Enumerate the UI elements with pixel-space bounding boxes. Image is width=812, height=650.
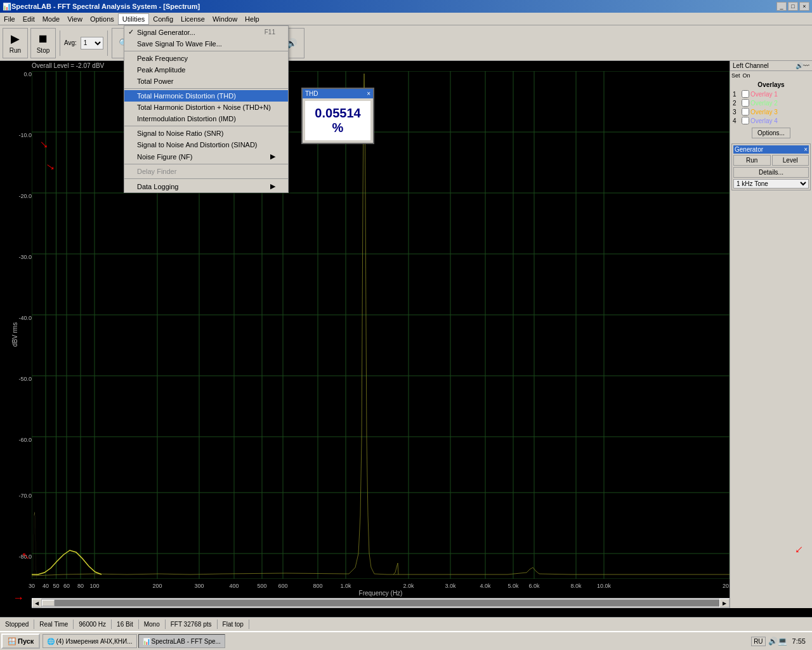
- menu-signal-generator[interactable]: ✓ Signal Generator... F11: [124, 26, 288, 38]
- thd-value: 0.05514 %: [305, 101, 370, 140]
- menu-license[interactable]: License: [177, 14, 209, 24]
- overlay-label-2: Overlay 2: [750, 100, 778, 107]
- thd-title: THD: [305, 90, 318, 97]
- x-tick-50: 50: [53, 583, 59, 589]
- main-area: Overall Level = -2.07 dBV dBV rms 0.0 -1…: [0, 61, 812, 608]
- x-tick-300: 300: [194, 583, 204, 589]
- menu-mode[interactable]: Mode: [39, 14, 64, 24]
- stop-button[interactable]: ⏹ Stop: [30, 28, 56, 58]
- x-tick-6k: 6.0k: [528, 583, 539, 589]
- x-axis: 30 40 50 60 80 100 200 300 400 500 600 8…: [32, 579, 730, 598]
- x-tick-8k: 8.0k: [570, 583, 581, 589]
- y-tick-8: -80.0: [18, 554, 32, 560]
- menu-thdn[interactable]: Total Harmonic Distortion + Noise (THD+N…: [124, 102, 288, 113]
- y-tick-0: 0.0: [23, 71, 32, 77]
- generator-details-button[interactable]: Details...: [733, 167, 809, 178]
- window-controls: _ □ ×: [776, 2, 809, 11]
- menu-window[interactable]: Window: [209, 14, 241, 24]
- taskbar-item-chrome[interactable]: 🌐 (4) Измерения АЧХ,КНИ...: [43, 634, 136, 648]
- separator-2: [124, 88, 288, 89]
- menu-bar: File Edit Mode View Options Utilities Co…: [0, 13, 812, 25]
- x-tick-10k: 10.0k: [597, 583, 611, 589]
- menu-save-wave[interactable]: Save Signal To Wave File...: [124, 38, 288, 50]
- menu-config[interactable]: Config: [149, 14, 177, 24]
- menu-sinad[interactable]: Signal to Noise And Distortion (SINAD): [124, 139, 288, 150]
- system-clock: 7:55: [790, 637, 808, 645]
- status-channels: Mono: [139, 620, 166, 629]
- chrome-icon: 🌐: [47, 638, 55, 645]
- taskbar: 🪟 Пуск 🌐 (4) Измерения АЧХ,КНИ... 📊 Spec…: [0, 631, 812, 650]
- y-tick-4: -40.0: [18, 315, 32, 321]
- overlay-checkbox-1[interactable]: [742, 90, 749, 98]
- generator-run-button[interactable]: Run: [733, 155, 771, 166]
- overlay-checkbox-2[interactable]: [742, 99, 749, 107]
- x-tick-5k: 5.0k: [508, 583, 518, 589]
- right-panel: Left Channel 🔊〰 Set On Overlays 1 Overla…: [730, 61, 812, 608]
- start-label: Пуск: [18, 637, 34, 645]
- scrollbar-thumb[interactable]: [42, 600, 55, 606]
- generator-close-button[interactable]: ×: [804, 146, 808, 153]
- y-tick-6: -60.0: [18, 437, 32, 443]
- window-title: SpectraLAB - FFT Spectral Analysis Syste…: [11, 3, 200, 10]
- maximize-button[interactable]: □: [788, 2, 798, 11]
- x-tick-80: 80: [77, 583, 84, 589]
- x-scrollbar[interactable]: ◀ ▶: [32, 598, 730, 608]
- stop-label: Stop: [37, 47, 50, 54]
- overlay-num-3: 3: [733, 109, 740, 116]
- scroll-left-button[interactable]: ◀: [32, 599, 42, 607]
- overlays-options-button[interactable]: Options...: [752, 128, 790, 138]
- status-window: Flat top: [218, 620, 249, 629]
- separator-3: [124, 126, 288, 126]
- x-tick-200: 200: [152, 583, 162, 589]
- overlay-row-3: 3 Overlay 3: [731, 107, 811, 116]
- minimize-button[interactable]: _: [776, 2, 787, 11]
- overall-level: Overall Level = -2.07 dBV: [32, 62, 104, 69]
- submenu-arrow-logging: ▶: [270, 182, 275, 190]
- toolbar-separator-1: [60, 30, 60, 56]
- menu-snr[interactable]: Signal to Noise Ratio (SNR): [124, 128, 288, 139]
- generator-title-bar: Generator ×: [733, 145, 809, 154]
- menu-view[interactable]: View: [63, 14, 86, 24]
- avg-label: Avg:: [64, 39, 77, 46]
- start-button[interactable]: 🪟 Пуск: [1, 633, 40, 649]
- generator-type-dropdown[interactable]: 1 kHz Tone White Noise Pink Noise: [733, 179, 809, 189]
- menu-peak-frequency[interactable]: Peak Frequency: [124, 53, 288, 64]
- avg-combo[interactable]: 1248: [81, 37, 103, 50]
- x-tick-20k: 20.0k: [723, 583, 730, 589]
- scroll-right-button[interactable]: ▶: [719, 599, 730, 607]
- menu-options[interactable]: Options: [86, 14, 118, 24]
- generator-title: Generator: [735, 146, 763, 153]
- status-bar: Stopped Real Time 96000 Hz 16 Bit Mono F…: [0, 617, 812, 631]
- overlay-num-4: 4: [733, 117, 740, 124]
- menu-total-power[interactable]: Total Power: [124, 76, 288, 87]
- status-fft: FFT 32768 pts: [166, 620, 218, 629]
- close-button[interactable]: ×: [799, 2, 809, 11]
- menu-noise-figure[interactable]: Noise Figure (NF) ▶: [124, 150, 288, 162]
- chrome-label: (4) Измерения АЧХ,КНИ...: [56, 638, 132, 645]
- menu-utilities[interactable]: Utilities: [118, 13, 149, 25]
- system-tray-icons: 🔊💻: [768, 637, 787, 646]
- title-bar: 📊 SpectraLAB - FFT Spectral Analysis Sys…: [0, 0, 812, 13]
- x-tick-2k: 2.0k: [403, 583, 414, 589]
- overlays-section: Overlays 1 Overlay 1 2 Overlay 2 3 Overl…: [730, 80, 812, 142]
- y-tick-7: -70.0: [18, 493, 32, 499]
- generator-level-button[interactable]: Level: [772, 155, 809, 166]
- scrollbar-track[interactable]: [42, 600, 719, 606]
- menu-peak-amplitude[interactable]: Peak Amplitude: [124, 64, 288, 76]
- taskbar-item-spectralab[interactable]: 📊 SpectraLAB - FFT Spe...: [138, 634, 225, 648]
- check-icon: ✓: [128, 28, 137, 36]
- thd-close-button[interactable]: ×: [367, 90, 370, 97]
- menu-file[interactable]: File: [0, 14, 19, 24]
- overlay-checkbox-4[interactable]: [742, 117, 749, 124]
- menu-edit[interactable]: Edit: [19, 14, 39, 24]
- overlay-checkbox-3[interactable]: [742, 108, 749, 116]
- x-axis-label: Frequency (Hz): [359, 590, 403, 597]
- menu-help[interactable]: Help: [241, 14, 263, 24]
- menu-thd[interactable]: Total Harmonic Distortion (THD): [124, 90, 288, 102]
- run-button[interactable]: ▶ Run: [3, 28, 28, 58]
- menu-data-logging[interactable]: Data Logging ▶: [124, 180, 288, 192]
- submenu-arrow-nf: ▶: [270, 152, 275, 161]
- taskbar-items: 🌐 (4) Измерения АЧХ,КНИ... 📊 SpectraLAB …: [43, 634, 225, 648]
- menu-imd[interactable]: Intermodulation Distortion (IMD): [124, 113, 288, 124]
- generator-section: Generator × Run Level Details... 1 kHz T…: [731, 143, 811, 190]
